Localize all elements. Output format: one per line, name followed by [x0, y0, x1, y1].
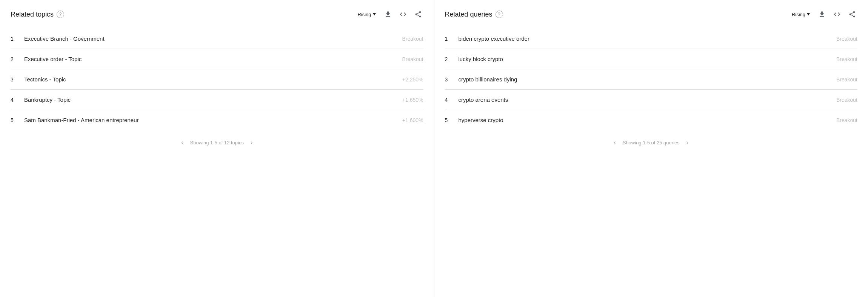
- row-number: 3: [11, 77, 24, 83]
- share-button[interactable]: [847, 9, 857, 20]
- row-label: biden crypto executive order: [459, 35, 824, 42]
- code-icon: [399, 11, 407, 18]
- next-button[interactable]: ›: [248, 138, 255, 147]
- row-number: 1: [445, 36, 459, 42]
- data-table: 1 biden crypto executive order Breakout …: [445, 29, 858, 130]
- embed-button[interactable]: [398, 9, 408, 20]
- table-row: 4 Bankruptcy - Topic +1,650%: [11, 90, 423, 110]
- table-row: 4 crypto arena events Breakout: [445, 90, 858, 110]
- row-value: Breakout: [389, 36, 423, 42]
- filter-label: Rising: [357, 12, 371, 17]
- row-value: +1,650%: [389, 97, 423, 103]
- download-icon: [818, 11, 826, 18]
- embed-button[interactable]: [832, 9, 842, 20]
- title-group: Related queries ?: [445, 11, 503, 18]
- row-value: +1,600%: [389, 117, 423, 123]
- download-icon: [384, 11, 392, 18]
- row-label: Tectonics - Topic: [24, 76, 389, 83]
- panel-title: Related topics: [11, 11, 54, 18]
- row-value: Breakout: [823, 77, 857, 83]
- header-controls: Rising: [790, 9, 857, 20]
- row-value: +2,250%: [389, 77, 423, 83]
- table-row: 3 crypto billionaires dying Breakout: [445, 69, 858, 90]
- panel-header: Related queries ? Rising: [445, 9, 858, 20]
- row-value: Breakout: [823, 56, 857, 62]
- row-number: 2: [11, 56, 24, 62]
- row-label: crypto billionaires dying: [459, 76, 824, 83]
- filter-label: Rising: [792, 12, 805, 17]
- row-number: 5: [445, 117, 459, 123]
- row-value: Breakout: [389, 56, 423, 62]
- panel-related-topics: Related topics ? Rising: [0, 0, 434, 297]
- row-label: Executive order - Topic: [24, 56, 389, 62]
- table-row: 5 Sam Bankman-Fried - American entrepren…: [11, 110, 423, 130]
- table-row: 2 lucky block crypto Breakout: [445, 49, 858, 69]
- filter-dropdown[interactable]: Rising: [790, 10, 812, 19]
- row-number: 5: [11, 117, 24, 123]
- row-value: Breakout: [823, 36, 857, 42]
- table-row: 5 hyperverse crypto Breakout: [445, 110, 858, 130]
- code-icon: [833, 11, 841, 18]
- title-group: Related topics ?: [11, 11, 64, 18]
- pagination-text: Showing 1-5 of 25 queries: [623, 140, 680, 145]
- prev-button[interactable]: ‹: [611, 138, 618, 147]
- share-icon: [414, 11, 422, 18]
- table-row: 1 Executive Branch - Government Breakout: [11, 29, 423, 49]
- chevron-down-icon: [807, 13, 810, 15]
- help-icon[interactable]: ?: [57, 11, 64, 18]
- chevron-down-icon: [373, 13, 376, 15]
- table-row: 3 Tectonics - Topic +2,250%: [11, 69, 423, 90]
- row-label: Executive Branch - Government: [24, 35, 389, 42]
- panel-header: Related topics ? Rising: [11, 9, 423, 20]
- row-label: crypto arena events: [459, 96, 824, 103]
- table-row: 1 biden crypto executive order Breakout: [445, 29, 858, 49]
- row-label: lucky block crypto: [459, 56, 824, 62]
- row-number: 2: [445, 56, 459, 62]
- row-label: hyperverse crypto: [459, 117, 824, 123]
- help-icon[interactable]: ?: [496, 11, 503, 18]
- data-table: 1 Executive Branch - Government Breakout…: [11, 29, 423, 130]
- pagination-footer: ‹ Showing 1-5 of 25 queries ›: [445, 130, 858, 150]
- panel-related-queries: Related queries ? Rising: [434, 0, 868, 297]
- next-button[interactable]: ›: [684, 138, 691, 147]
- header-controls: Rising: [355, 9, 423, 20]
- row-label: Sam Bankman-Fried - American entrepreneu…: [24, 117, 389, 123]
- download-button[interactable]: [817, 9, 827, 20]
- panel-title: Related queries: [445, 11, 492, 18]
- share-icon: [848, 11, 856, 18]
- table-row: 2 Executive order - Topic Breakout: [11, 49, 423, 69]
- share-button[interactable]: [413, 9, 423, 20]
- row-number: 4: [11, 97, 24, 103]
- filter-dropdown[interactable]: Rising: [355, 10, 378, 19]
- main-container: Related topics ? Rising: [0, 0, 868, 297]
- row-label: Bankruptcy - Topic: [24, 96, 389, 103]
- row-number: 1: [11, 36, 24, 42]
- row-value: Breakout: [823, 97, 857, 103]
- row-number: 4: [445, 97, 459, 103]
- row-number: 3: [445, 77, 459, 83]
- row-value: Breakout: [823, 117, 857, 123]
- pagination-text: Showing 1-5 of 12 topics: [190, 140, 244, 145]
- prev-button[interactable]: ‹: [179, 138, 185, 147]
- download-button[interactable]: [383, 9, 393, 20]
- pagination-footer: ‹ Showing 1-5 of 12 topics ›: [11, 130, 423, 150]
